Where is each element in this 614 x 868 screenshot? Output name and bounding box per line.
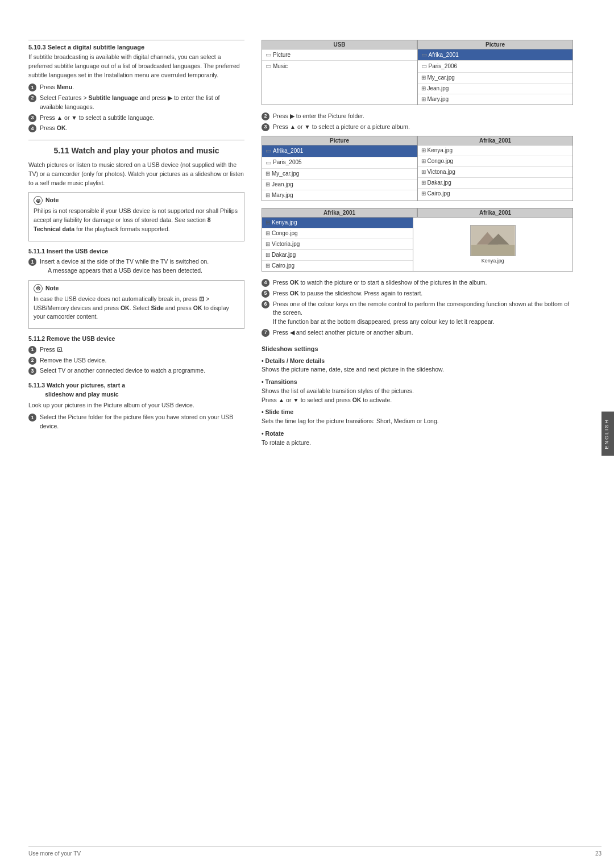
section-5112-steps: 1 Press ⊡. 2 Remove the USB device. 3 Se… <box>28 345 244 375</box>
step-content: Select TV or another connected device to… <box>40 366 244 375</box>
step-number: 1 <box>28 84 36 91</box>
bullet-title: • Details / More details <box>262 357 325 364</box>
note-title: ⊜ Note <box>34 196 239 205</box>
key-menu: Menu <box>57 84 72 90</box>
svg-rect-3 <box>471 245 515 256</box>
step-number: 1 <box>28 258 36 266</box>
photo-icon-mary: ⊞ <box>421 95 426 103</box>
afr-row-cairo: ⊞ Cairo.jpg <box>418 189 573 199</box>
section-5113-steps: 1 Select the Picture folder for the pict… <box>28 413 244 431</box>
step-number: 2 <box>28 357 36 365</box>
step-number: 3 <box>28 367 36 375</box>
usb-panel-body: ▭ Picture ▭ Music ▭ Afrika_2001 ▭ Paris_… <box>262 49 573 105</box>
photo-icon: ⊞ <box>265 229 270 237</box>
footer-right: 23 <box>595 850 601 857</box>
pic-row-mary: ⊞ Mary.jpg <box>262 190 417 201</box>
left-column: 5.10.3 Select a digital subtitle languag… <box>28 40 244 828</box>
folder-icon-afrika: ▭ <box>421 51 427 59</box>
right-step-num-7: 7 <box>262 329 269 337</box>
folder-icon-paris: ▭ <box>421 62 427 70</box>
photo-icon: ⊞ <box>265 191 270 199</box>
bullet-text: Shows the list of available transition s… <box>262 387 414 394</box>
section-5103-steps: 1 Press Menu. 2 Select Features > Subtit… <box>28 83 244 133</box>
bullet-text: Shows the picture name, date, size and n… <box>262 366 444 373</box>
slideshow-item-rotate: • Rotate To rotate a picture. <box>262 429 573 448</box>
afrika-left-h: Afrika_2001 <box>262 208 417 218</box>
picture-col-body: ▭ Afrika_2001 ▭ Paris_2006 ⊞ My_car.jpg … <box>417 49 574 105</box>
key-subtitle: Subtitle language <box>89 94 139 101</box>
bullet-extra: Press ▲ or ▼ to select and press OK to a… <box>262 397 392 403</box>
step-content: Press Menu. <box>40 83 244 92</box>
section-511-intro: Watch pictures or listen to music stored… <box>28 161 244 187</box>
photo-icon: ⊞ <box>421 157 426 165</box>
step-number: 1 <box>28 346 36 354</box>
right-step-text-6: Press one of the colour keys on the remo… <box>273 300 573 327</box>
right-step-item-4: 4 Press OK to watch the picture or to st… <box>262 278 573 287</box>
picture-row-mycar: ⊞ My_car.jpg <box>418 73 573 84</box>
usb-col-header: USB <box>262 40 417 49</box>
bullet-text: Sets the time lag for the picture transi… <box>262 418 439 424</box>
afr2-row-dakar: ⊞ Dakar.jpg <box>262 250 413 261</box>
picture-row-jean: ⊞ Jean.jpg <box>418 84 573 94</box>
footer: Use more of your TV 23 <box>28 846 601 857</box>
section-511-heading-container: 5.11 Watch and play your photos and musi… <box>28 146 244 155</box>
note-box-2: ⊜ Note In case the USB device does not a… <box>28 280 244 329</box>
picture-row-mary: ⊞ Mary.jpg <box>418 94 573 105</box>
step-content: Press ⊡. <box>40 345 244 354</box>
photo-icon: ⊞ <box>265 181 270 189</box>
step-item: 3 Press ▲ or ▼ to select a subtitle lang… <box>28 114 244 123</box>
afrika-right-col: ⊞ Kenya.jpg ⊞ Congo.jpg ⊞ Victona.jpg ⊞ … <box>417 145 574 201</box>
step-item: 1 Insert a device at the side of the TV … <box>28 257 244 276</box>
step-content: Remove the USB device. <box>40 356 244 365</box>
note-label: Note <box>45 196 59 205</box>
right-step-item-6: 6 Press one of the colour keys on the re… <box>262 300 573 327</box>
folder-icon: ▭ <box>265 158 271 167</box>
photo-icon: ⊞ <box>421 179 426 187</box>
bullet-title: • Rotate <box>262 430 284 437</box>
bullet-title: • Slide time <box>262 408 293 415</box>
pic-row-mycar: ⊞ My_car.jpg <box>262 169 417 180</box>
section-5103-intro: If subtitle broadcasting is available wi… <box>28 53 244 80</box>
section-5111-heading: 5.11.1 Insert the USB device <box>28 247 244 256</box>
afr-row-dakar: ⊞ Dakar.jpg <box>418 178 573 189</box>
right-steps-2: 4 Press OK to watch the picture or to st… <box>262 278 573 337</box>
afrika-col-h: Afrika_2001 <box>417 136 573 145</box>
bullet-title: • Transitions <box>262 378 297 385</box>
right-step-item: 3 Press ▲ or ▼ to select a picture or a … <box>262 123 573 132</box>
step-item: 1 Select the Picture folder for the pict… <box>28 413 244 431</box>
right-step-num-4: 4 <box>262 279 269 287</box>
section-5112-heading: 5.11.2 Remove the USB device <box>28 335 244 344</box>
right-step-text-5: Press OK to pause the slideshow. Press a… <box>273 289 422 298</box>
step-content: Insert a device at the side of the TV wh… <box>40 257 244 276</box>
pic-row-paris: ▭ Paris_2005 <box>262 157 417 169</box>
afr-row-kenya: ⊞ Kenya.jpg <box>418 145 573 156</box>
pic-row-jean: ⊞ Jean.jpg <box>262 180 417 190</box>
note-label-2: Note <box>45 284 59 293</box>
step-item: 2 Select Features > Subtitle language an… <box>28 94 244 112</box>
afr2-row-kenya: ⊞ Kenya.jpg <box>262 218 413 228</box>
note-icon-2: ⊜ <box>34 284 43 293</box>
step-number: 4 <box>28 124 36 132</box>
slideshow-settings: Slideshow settings • Details / More deta… <box>262 345 573 448</box>
step-item: 2 Remove the USB device. <box>28 356 244 365</box>
preview-label: Kenya.jpg <box>482 258 504 264</box>
step-indent: A message appears that a USB device has … <box>40 266 244 276</box>
afr2-row-congo: ⊞ Congo.jpg <box>262 228 413 239</box>
picture-panel-header: Picture Afrika_2001 <box>262 136 573 145</box>
photo-icon: ⊞ <box>265 219 270 227</box>
folder-icon-music: ▭ <box>265 62 271 70</box>
page: ENGLISH 5.10.3 Select a digital subtitle… <box>0 0 614 868</box>
right-step-item-7: 7 Press ◀ and select another picture or … <box>262 328 573 337</box>
section-511: 5.11 Watch and play your photos and musi… <box>28 146 244 431</box>
note-box-1: ⊜ Note Philips is not responsible if you… <box>28 192 244 241</box>
photo-icon: ⊞ <box>421 147 426 155</box>
usb-col-body: ▭ Picture ▭ Music <box>262 49 417 105</box>
folder-icon: ▭ <box>265 51 271 59</box>
usb-row-picture: ▭ Picture <box>262 49 417 61</box>
usb-panel-header: USB Picture <box>262 40 573 49</box>
photo-icon: ⊞ <box>421 190 426 198</box>
note-text-2: In case the USB device does not automati… <box>34 295 239 322</box>
right-step-text: Press ▶ to enter the Picture folder. <box>273 112 364 121</box>
folder-icon: ▭ <box>265 147 271 155</box>
afrika-right-h: Afrika_2001 <box>417 208 573 218</box>
